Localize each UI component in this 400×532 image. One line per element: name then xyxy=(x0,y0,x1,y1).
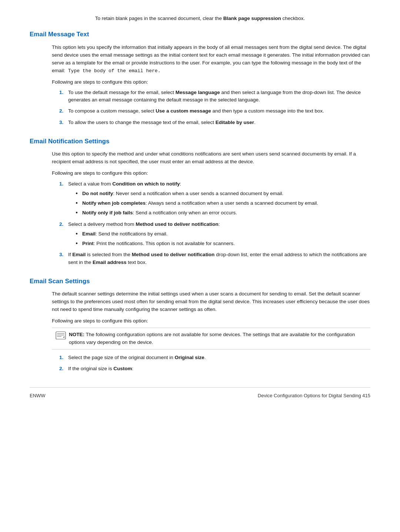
notif-step3-mid1: is selected from the xyxy=(86,252,132,257)
notif-step1-bullets: Do not notify: Never send a notification… xyxy=(76,190,370,217)
bullet-do-not-notify: Do not notify: Never send a notification… xyxy=(76,190,370,197)
svg-rect-0 xyxy=(56,332,66,339)
notif-step1-after: : xyxy=(180,181,181,187)
bullet-print-bold: Print xyxy=(82,241,94,246)
email-scan-step-2: If the original size is Custom: xyxy=(59,365,370,372)
notif-step2-bold: Method used to deliver notification xyxy=(136,221,219,227)
note-icon xyxy=(56,331,66,339)
email-message-steps-list: To use the default message for the email… xyxy=(59,89,370,126)
intro-text-before: To retain blank pages in the scanned doc… xyxy=(95,16,223,21)
bullet-notify-if-fails: Notify only if job fails: Send a notific… xyxy=(76,209,370,217)
footer-left: ENWW xyxy=(30,392,46,399)
section-heading-email-scan: Email Scan Settings xyxy=(30,277,370,286)
bullet-do-not-notify-bold: Do not notify xyxy=(82,191,113,196)
email-message-steps-label: Following are steps to configure this op… xyxy=(52,78,370,86)
section-email-message-text: Email Message Text This option lets you … xyxy=(30,30,370,126)
intro-paragraph: To retain blank pages in the scanned doc… xyxy=(30,15,370,22)
email-notification-steps-list: Select a value from Condition on which t… xyxy=(59,180,370,266)
notif-step2-before: Select a delivery method from xyxy=(68,221,136,227)
step2-text-after: and then type a custom message into the … xyxy=(211,108,324,114)
scan-step1-after: . xyxy=(204,355,206,360)
notif-step1-bold: Condition on which to notify xyxy=(112,181,180,187)
step3-text-after: . xyxy=(254,120,256,125)
bullet-notify-fails-bold: Notify only if job fails xyxy=(82,210,133,215)
email-notification-step-1: Select a value from Condition on which t… xyxy=(59,180,370,217)
notif-step3-bold2: Method used to deliver notification xyxy=(132,252,215,257)
intro-text-after: checkbox. xyxy=(281,16,305,21)
section-email-notification-settings: Email Notification Settings Use this opt… xyxy=(30,137,370,266)
email-notification-steps-label: Following are steps to configure this op… xyxy=(52,170,370,177)
scan-step1-bold: Original size xyxy=(174,355,204,360)
notif-step2-after: : xyxy=(219,221,220,227)
email-message-step-3: To allow the users to change the message… xyxy=(59,119,370,126)
section-email-scan-settings: Email Scan Settings The default scanner … xyxy=(30,277,370,373)
note-box: NOTE: The following configuration option… xyxy=(52,328,370,349)
step1-bold: Message language xyxy=(176,90,220,95)
step3-text-before: To allow the users to change the message… xyxy=(68,120,216,125)
email-message-step-2: To compose a custom message, select Use … xyxy=(59,107,370,115)
notif-step3-after: text box. xyxy=(127,260,147,265)
bullet-print-text: : Print the notifications. This option i… xyxy=(94,241,235,246)
email-scan-steps-list: Select the page size of the original doc… xyxy=(59,354,370,373)
step2-text-before: To compose a custom message, select xyxy=(68,108,156,114)
bullet-do-not-notify-text: : Never send a notification when a user … xyxy=(113,191,283,196)
notif-step2-bullets: Email: Send the notifications by email. … xyxy=(76,230,370,248)
step1-text-before: To use the default message for the email… xyxy=(68,90,176,95)
scan-step2-bold: Custom xyxy=(113,366,132,371)
scan-step1-before: Select the page size of the original doc… xyxy=(68,355,174,360)
page-footer: ENWW Device Configuration Options for Di… xyxy=(30,387,370,399)
section-heading-email-message-text: Email Message Text xyxy=(30,30,370,39)
bullet-notify-complete-text: : Always send a notification when a user… xyxy=(146,200,318,206)
bullet-print-delivery: Print: Print the notifications. This opt… xyxy=(76,240,370,247)
notif-step1-before: Select a value from xyxy=(68,181,112,187)
scan-step2-after: : xyxy=(132,366,134,371)
bullet-notify-when-complete: Notify when job completes: Always send a… xyxy=(76,200,370,207)
footer-right: Device Configuration Options for Digital… xyxy=(258,392,370,399)
email-message-step-1: To use the default message for the email… xyxy=(59,89,370,104)
email-message-code: Type the body of the email here. xyxy=(65,68,160,74)
notif-step3-if: If xyxy=(68,252,72,257)
bullet-email-text: : Send the notifications by email. xyxy=(96,231,167,237)
note-text: The following configuration options are … xyxy=(69,332,355,345)
bullet-email-delivery: Email: Send the notifications by email. xyxy=(76,230,370,238)
note-content: NOTE: The following configuration option… xyxy=(69,331,367,346)
section-heading-email-notification: Email Notification Settings xyxy=(30,137,370,146)
email-message-text-body: This option lets you specify the informa… xyxy=(52,44,370,75)
bullet-notify-fails-text: : Send a notification only when an error… xyxy=(133,210,237,215)
email-scan-step-1: Select the page size of the original doc… xyxy=(59,354,370,361)
email-scan-body: The default scanner settings determine t… xyxy=(52,290,370,314)
notif-step3-bold1: Email xyxy=(72,252,86,257)
scan-step2-before: If the original size is xyxy=(68,366,113,371)
email-scan-steps-label: Following are steps to configure this op… xyxy=(52,317,370,325)
email-notification-step-3: If Email is selected from the Method use… xyxy=(59,251,370,266)
email-notification-step-2: Select a delivery method from Method use… xyxy=(59,221,370,248)
bullet-notify-complete-bold: Notify when job completes xyxy=(82,200,146,206)
step2-bold: Use a custom message xyxy=(156,108,211,114)
note-label: NOTE: xyxy=(69,332,84,337)
email-notification-body: Use this option to specify the method an… xyxy=(52,150,370,166)
intro-bold: Blank page suppression xyxy=(223,16,281,21)
notif-step3-bold3: Email address xyxy=(93,260,127,265)
bullet-email-bold: Email xyxy=(82,231,96,237)
step3-bold: Editable by user xyxy=(216,120,254,125)
